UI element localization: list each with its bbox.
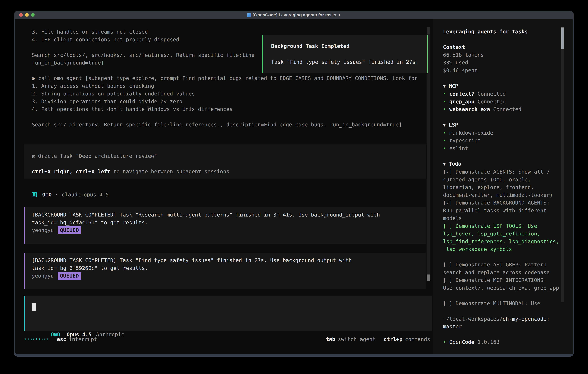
- message-meta: yeongyuQUEUED: [32, 226, 426, 234]
- tool-call-line: 3. Division operations that could divide…: [32, 98, 418, 105]
- author-label: yeongyu: [32, 227, 54, 233]
- mcp-section-header[interactable]: ▼ MCP: [443, 82, 562, 90]
- tool-call-line: 2. String operations on potentially unde…: [32, 90, 418, 98]
- blank-line: [443, 113, 562, 121]
- context-tokens: 66,518 tokens: [443, 51, 562, 59]
- notification-title: Background Task Completed: [271, 42, 427, 50]
- blank-line: [443, 152, 562, 160]
- scrollbar-thumb-dim[interactable]: [427, 27, 430, 34]
- document-icon: [247, 13, 251, 17]
- tool-call-block: ⚙ call_omo_agent [subagent_type=explore,…: [32, 74, 418, 129]
- close-window-button[interactable]: [19, 13, 23, 17]
- scrollback-text: 3. File handles or streams not closed 4.…: [32, 28, 254, 67]
- blank-line: [443, 307, 562, 315]
- tool-call-text: call_omo_agent [subagent_type=explore, p…: [38, 75, 418, 81]
- sidebar-scrollbar[interactable]: [561, 27, 564, 302]
- status-dot-icon: •: [443, 145, 446, 151]
- oracle-icon: ◉: [32, 153, 35, 159]
- lsp-item: • typescript: [443, 137, 562, 145]
- status-bar: esc interrupt tab switch agent ctrl+p co…: [25, 335, 430, 343]
- workspace-branch: master: [443, 323, 562, 331]
- agent-model: claude-opus-4-5: [62, 191, 109, 198]
- gear-icon: ⚙: [32, 75, 35, 81]
- mcp-item: • grep_app Connected: [443, 98, 562, 105]
- message-line: [BACKGROUND TASK COMPLETED] Task "Find t…: [32, 256, 426, 264]
- scrollbar-thumb[interactable]: [561, 28, 564, 49]
- todo-line-completed: librarian, explore, frontend,: [443, 183, 562, 191]
- message-meta: yeongyuQUEUED: [32, 272, 426, 280]
- status-dot-icon: •: [443, 130, 446, 136]
- blank-line: [443, 36, 562, 43]
- chevron-down-icon: ▼: [443, 123, 446, 128]
- blank-line: [443, 292, 562, 300]
- separator-dot: ·: [55, 191, 58, 198]
- scrollback-line: 3. File handles or streams not closed: [32, 28, 254, 36]
- context-spent: $0.46 spent: [443, 67, 562, 74]
- progress-spinner-dots: [25, 338, 50, 340]
- window-title: [OpenCode] Leveraging agents for tasks: [253, 12, 336, 17]
- background-task-notification: Background Task Completed Task "Find typ…: [262, 35, 428, 73]
- todo-line-completed: document-writer, multimodal-looker): [443, 191, 562, 199]
- todo-line-completed: models: [443, 214, 562, 222]
- background-task-message: [BACKGROUND TASK COMPLETED] Task "Find t…: [24, 253, 426, 289]
- ctrlp-key-hint: ctrl+p: [384, 335, 402, 343]
- tool-call-line: Search src/ directory. Return specific f…: [32, 121, 418, 129]
- blank-line: [32, 160, 426, 168]
- busy-indicator-icon: ◐: [338, 12, 341, 17]
- status-left: esc interrupt: [25, 335, 97, 343]
- ctrlp-key-label: commands: [405, 335, 430, 343]
- todo-line-pending: search and replace across codebase: [443, 269, 562, 276]
- status-badge: QUEUED: [58, 226, 81, 234]
- prompt-input[interactable]: OmOOpus 4.5Anthropic: [24, 296, 432, 331]
- scrollback-line: 4. LSP client connections not properly d…: [32, 36, 254, 43]
- author-label: yeongyu: [32, 273, 54, 279]
- mcp-item: • context7 Connected: [443, 90, 562, 98]
- mcp-item: • websearch_exa Connected: [443, 105, 562, 113]
- todo-line-active: lsp_workspace_symbols: [443, 245, 562, 253]
- oracle-task-panel: ◉ Oracle Task "Deep architecture review"…: [24, 144, 426, 179]
- agent-square-icon: [32, 192, 37, 197]
- todo-line-completed: Run parallel tasks with different: [443, 207, 562, 215]
- text-cursor: [32, 303, 36, 311]
- lsp-section-header[interactable]: ▼ LSP: [443, 121, 562, 129]
- status-dot-icon: •: [443, 106, 446, 112]
- todo-line-active: lsp_hover, lsp_goto_definition,: [443, 230, 562, 238]
- tool-call-line: 1. Array access without bounds checking: [32, 82, 418, 90]
- scrollback-line: run_in_background=true]: [32, 59, 254, 67]
- workspace-path: ~/local-workspaces/oh-my-opencode:: [443, 315, 562, 323]
- todo-section-header[interactable]: ▼ Todo: [443, 160, 562, 168]
- blank-line: [32, 43, 254, 51]
- context-section-label: Context: [443, 43, 562, 51]
- status-dot-icon: •: [443, 99, 446, 104]
- status-dot-icon: •: [443, 137, 446, 144]
- todo-line-completed: [✓] Demonstrate AGENTS: Show all 7: [443, 168, 562, 176]
- esc-key-label: interrupt: [69, 335, 97, 343]
- zoom-window-button[interactable]: [31, 13, 35, 17]
- scrollback-line: Search src/tools/, src/hooks/, src/featu…: [32, 51, 254, 59]
- esc-key-hint: esc: [57, 335, 66, 343]
- message-line: [BACKGROUND TASK COMPLETED] Task "Resear…: [32, 211, 426, 219]
- lsp-item: • eslint: [443, 145, 562, 152]
- background-task-message: [BACKGROUND TASK COMPLETED] Task "Resear…: [24, 207, 426, 244]
- app-window: [OpenCode] Leveraging agents for tasks ◐…: [14, 11, 574, 357]
- hint-keys: ctrl+x right, ctrl+x left: [32, 168, 110, 174]
- todo-line-pending: Use context7, websearch_exa, grep_app: [443, 284, 562, 292]
- agent-name: OmO: [42, 191, 52, 198]
- tab-key-hint: tab: [326, 335, 335, 343]
- todo-line-completed: curated agents (OmO, oracle,: [443, 176, 562, 184]
- notification-body: Task "Find type safety issues" finished …: [271, 58, 427, 66]
- todo-line-pending: [ ] Demonstrate MCP INTEGRATIONS:: [443, 276, 562, 284]
- context-used: 33% used: [443, 59, 562, 67]
- status-dot-icon: •: [443, 91, 446, 97]
- todo-line-pending: [ ] Demonstrate AST-GREP: Pattern: [443, 261, 562, 269]
- todo-line-pending: [ ] Demonstrate MULTIMODAL: Use: [443, 300, 562, 307]
- session-title: Leveraging agents for tasks: [443, 28, 562, 36]
- session-sidebar: Leveraging agents for tasks Context 66,5…: [433, 19, 573, 354]
- message-line: task_id="bg_6f59260c" to get results.: [32, 264, 426, 272]
- blank-line: [443, 331, 562, 338]
- hint-text: to navigate between subagent sessions: [110, 168, 230, 174]
- title-bar: [OpenCode] Leveraging agents for tasks ◐: [14, 11, 574, 19]
- minimize-window-button[interactable]: [25, 13, 29, 17]
- message-line: task_id="bg_dcfac161" to get results.: [32, 219, 426, 227]
- scrollbar-thumb[interactable]: [427, 274, 430, 280]
